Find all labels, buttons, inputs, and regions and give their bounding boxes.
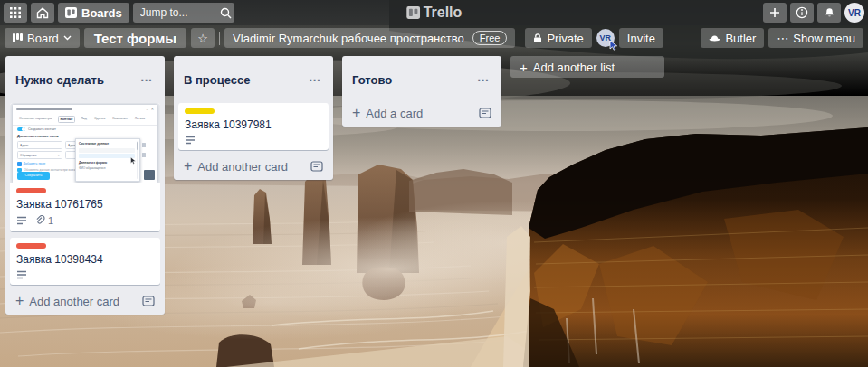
- cover-dark-square: [144, 170, 155, 180]
- trash-icon: [142, 153, 146, 157]
- cover-select: Адрес⌄: [17, 141, 62, 149]
- create-button[interactable]: [763, 3, 787, 23]
- board-view-switcher[interactable]: Board: [5, 28, 80, 48]
- trello-logo-text: Trello: [424, 5, 463, 21]
- card-template-icon[interactable]: [142, 296, 155, 306]
- cover-tab: Основные параметры: [17, 116, 54, 123]
- add-card-label: Add another card: [197, 160, 288, 174]
- plus-icon: [769, 7, 780, 18]
- card-zayavka-10397981[interactable]: Заявка 10397981: [178, 103, 329, 150]
- list-menu-button[interactable]: ⋯: [305, 73, 325, 87]
- cover-add-field-link: Добавить поле: [24, 162, 46, 165]
- list-title: Готово: [352, 73, 473, 87]
- privacy-button[interactable]: Private: [525, 28, 591, 48]
- paperclip-icon: [35, 215, 45, 225]
- card-template-icon[interactable]: [310, 161, 323, 172]
- home-button[interactable]: [31, 3, 54, 23]
- user-avatar[interactable]: VR: [844, 3, 864, 23]
- attachment-badge: 1: [35, 215, 53, 226]
- pointer-cursor-icon: [609, 41, 618, 51]
- notifications-button[interactable]: [817, 3, 841, 23]
- divider: [219, 32, 220, 45]
- search-icon: [220, 7, 232, 19]
- cover-toggle-on: [17, 127, 25, 132]
- add-card-label: Add a card: [366, 107, 423, 120]
- card-zayavka-10398434[interactable]: Заявка 10398434: [10, 238, 160, 285]
- board-canvas: Нужно сделать ⋯ –✕ Основные параметры Ко…: [0, 51, 868, 367]
- list-menu-button[interactable]: ⋯: [137, 73, 157, 87]
- cover-tab: Компания: [110, 116, 129, 123]
- card-cover-image: –✕ Основные параметры Контакт Лид Сделка…: [10, 103, 160, 183]
- avatar-initials: VR: [848, 8, 861, 18]
- boards-button[interactable]: Boards: [58, 3, 129, 23]
- trello-logo[interactable]: Trello: [406, 0, 463, 25]
- cover-tab-active: Контакт: [58, 116, 76, 123]
- workspace-button[interactable]: Vladimir Rymarchuk рабочее пространство …: [224, 28, 515, 48]
- card-title: Заявка 10761765: [16, 198, 154, 211]
- board-member-avatar[interactable]: VR: [596, 29, 615, 47]
- navbar-left-group: Boards: [4, 3, 234, 23]
- butler-label: Butler: [725, 32, 756, 45]
- show-menu-button[interactable]: ⋯ Show menu: [768, 28, 863, 48]
- cover-dialog-titlebar: –✕: [13, 105, 157, 113]
- list-header: Нужно сделать ⋯: [10, 61, 160, 103]
- board-view-icon: [13, 33, 23, 42]
- minimize-icon: –: [146, 108, 148, 111]
- dropdown-group-header: Данные из формы: [79, 159, 135, 165]
- card-template-icon[interactable]: [479, 108, 491, 118]
- add-square-icon: [17, 162, 22, 166]
- cover-settings-dialog: –✕ Основные параметры Контакт Лид Сделка…: [13, 105, 157, 183]
- cover-select: Обращение⌄: [17, 151, 62, 159]
- mouse-cursor-icon: [130, 157, 136, 165]
- add-card-button[interactable]: + Add another card: [10, 291, 160, 310]
- lock-icon: [533, 33, 542, 43]
- app-switcher-icon: [10, 7, 21, 18]
- description-icon: [16, 270, 27, 279]
- cover-save-button: Сохранить: [17, 172, 50, 180]
- dropdown-item: ФИО обучающегося: [79, 165, 135, 171]
- plan-badge: Free: [472, 31, 508, 45]
- dropdown-item-placeholder: [79, 148, 135, 153]
- board-header: Board Тест формы ☆ Vladimir Rymarchuk ра…: [0, 25, 868, 51]
- butler-button[interactable]: Butler: [701, 28, 764, 48]
- card-title: Заявка 10397981: [185, 118, 322, 131]
- add-card-button[interactable]: + Add a card: [347, 103, 497, 122]
- jump-to-search[interactable]: [133, 3, 234, 23]
- dropdown-scrollbar: [137, 141, 138, 179]
- board-title: Тест формы: [94, 31, 176, 46]
- plus-icon: +: [15, 295, 24, 307]
- card-title: Заявка 10398434: [16, 253, 154, 266]
- add-list-button[interactable]: + Add another list: [510, 56, 664, 78]
- chevron-down-icon: [63, 35, 72, 41]
- list-menu-button[interactable]: ⋯: [473, 73, 493, 87]
- search-input[interactable]: [133, 6, 220, 19]
- navbar-right-group: VR: [763, 3, 864, 23]
- app-switcher-button[interactable]: [4, 3, 27, 23]
- invite-label: Invite: [627, 32, 655, 45]
- card-label-red: [16, 243, 46, 249]
- attachment-count: 1: [48, 215, 53, 226]
- butler-hat-icon: [709, 33, 720, 42]
- description-badge: [185, 136, 196, 145]
- invite-button[interactable]: Invite: [619, 28, 663, 48]
- info-button[interactable]: [790, 3, 814, 23]
- board-glyph-icon: [65, 7, 77, 18]
- board-title-button[interactable]: Тест формы: [84, 28, 186, 48]
- list-header: В процессе ⋯: [178, 61, 329, 103]
- info-icon: [796, 6, 808, 19]
- boards-button-label: Boards: [81, 6, 122, 20]
- description-badge: [16, 216, 27, 225]
- card-label-yellow: [185, 108, 215, 114]
- divider: [520, 32, 520, 45]
- top-navbar: Boards Trello: [0, 0, 868, 25]
- close-icon: ✕: [151, 108, 154, 111]
- add-card-button[interactable]: + Add another card: [178, 156, 329, 175]
- trello-app: Boards Trello: [0, 0, 868, 367]
- star-board-button[interactable]: ☆: [191, 28, 215, 48]
- list-done: Готово ⋯ + Add a card: [342, 56, 501, 127]
- list-title: Нужно сделать: [15, 73, 137, 87]
- add-list-label: Add another list: [533, 61, 615, 74]
- card-zayavka-10761765[interactable]: –✕ Основные параметры Контакт Лид Сделка…: [10, 103, 160, 231]
- star-icon: ☆: [197, 32, 208, 45]
- trash-icon: [142, 143, 146, 147]
